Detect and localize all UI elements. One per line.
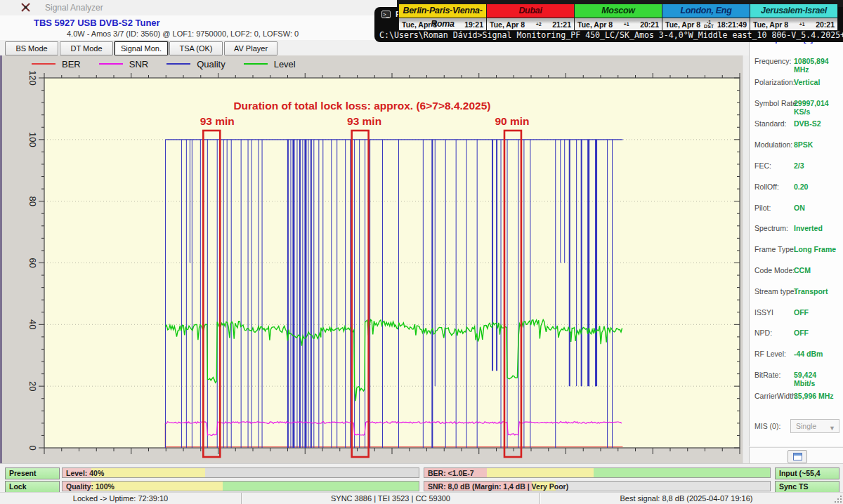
clock-utc-offset: -1DST	[704, 20, 714, 29]
param-value: Inverted	[794, 224, 823, 232]
mis-dropdown[interactable]: Single ▼	[790, 419, 839, 433]
param-label: CarrierWidth:	[754, 392, 798, 400]
clock-city: London, Eng	[662, 4, 750, 18]
param-label: Frame Type:	[754, 245, 796, 253]
status-sync-counters: SYNC 3886 | TEI 3523 | CC 59300	[242, 493, 540, 504]
param-row-issyi: ISSYIOFF	[750, 308, 839, 318]
param-row-rolloff: RollOff:0.20	[750, 183, 839, 192]
param-row-rf-level: RF Level:-44 dBm	[750, 350, 839, 359]
param-row-stream-type: Stream type:Transport	[750, 287, 839, 297]
clock-time: 18:21:49	[717, 20, 747, 29]
clock-city: Moscow	[575, 4, 662, 18]
clock-date: Tue, Apr 8	[402, 20, 437, 29]
clock-time-row: Tue, Apr 8+221:21	[487, 18, 574, 30]
param-value: DVB-S2	[794, 119, 821, 128]
clock-utc-offset: +1	[799, 22, 805, 27]
clock-time: 21:21	[552, 20, 571, 29]
clock-utc-offset: +2	[536, 22, 542, 27]
clock-utc-offset: +1	[624, 22, 629, 27]
cmd-prompt-text[interactable]: C:\Users\Roman Dávid>Signal Monitoring_P…	[379, 30, 843, 40]
clock-moscow: MoscowTue, Apr 8+120:21	[574, 4, 662, 31]
clock-jerusalem-israel: Jerusalem-IsraelTue, Apr 8+120:21	[750, 4, 838, 31]
statusbar: Locked -> Uptime: 72:39:10 SYNC 3886 | T…	[0, 492, 843, 504]
chevron-down-icon: ▼	[829, 422, 835, 435]
lock-loss-duration-label: 90 min	[495, 115, 529, 127]
clock-date: Tue, Apr 8	[577, 20, 613, 29]
cmd-icon: >_	[381, 11, 391, 18]
clock-berlin-paris-vienna-roma: Berlin-Paris-Vienna-RomaTue, Apr 819:21	[398, 4, 487, 31]
tuner-name: TBS 5927 USB DVB-S2 Tuner	[34, 18, 160, 28]
snr-bar: SNR: 8,0 dB (Margin: 1,4 dB | Very Poor)	[424, 481, 771, 491]
clock-time-row: Tue, Apr 8+120:21	[575, 18, 662, 30]
param-row-frame-type: Frame Type:Long Frame	[750, 245, 839, 255]
transponder-sidebar: Transponder [0] Frequency:10805,894 MHzP…	[749, 15, 843, 446]
param-value: ON	[794, 204, 805, 212]
param-row-spectrum: Spectrum:Inverted	[750, 224, 839, 234]
app-icon	[20, 2, 31, 13]
clock-time: 20:21	[640, 20, 659, 29]
param-value: OFF	[794, 308, 809, 317]
y-tick-label: 20	[27, 381, 38, 391]
param-value: 8PSK	[794, 140, 813, 149]
tab-signal-mon[interactable]: Signal Mon.	[115, 41, 168, 55]
sync-ts-badge: Sync TS	[775, 481, 839, 493]
clock-dubai: DubaiTue, Apr 8+221:21	[486, 4, 575, 31]
clock-time-row: Tue, Apr 8+120:21	[750, 18, 837, 30]
transponder-list-button[interactable]	[788, 450, 807, 463]
level-bar: Level: 40%	[62, 467, 419, 478]
clock-city: Dubai	[487, 4, 574, 18]
mis-row: MIS (0): Single ▼	[750, 419, 843, 435]
status-best-signal: Best signal: 8,8 dB (2025-04-07 19:16)	[540, 493, 832, 504]
y-tick-label: 80	[27, 196, 38, 206]
param-row-pilot: Pilot:ON	[750, 204, 839, 213]
sidebar-footer	[749, 447, 843, 464]
param-value: Long Frame	[794, 245, 836, 253]
param-label: ISSYI	[754, 308, 773, 317]
status-lock-uptime: Locked -> Uptime: 72:39:10	[0, 493, 242, 504]
param-label: Frequency:	[754, 57, 792, 65]
param-label: Stream type:	[754, 287, 797, 296]
param-value: -44 dBm	[794, 350, 823, 358]
world-clock-bar: Berlin-Paris-Vienna-RomaTue, Apr 819:21D…	[399, 4, 838, 31]
param-value: OFF	[794, 329, 809, 337]
tab-tsa-ok[interactable]: TSA (OK)	[169, 41, 223, 55]
chart-panel: BERSNRQualityLevel 020406080100120Durati…	[2, 55, 743, 463]
param-label: Symbol Rate:	[754, 99, 799, 107]
signal-monitoring-chart: 020406080100120Duration of total lock lo…	[2, 55, 743, 463]
lock-loss-duration-label: 93 min	[200, 115, 235, 127]
param-row-carrierwidth: CarrierWidth:35,996 MHz	[750, 392, 839, 402]
y-tick-label: 60	[27, 258, 38, 267]
tab-bs-mode[interactable]: BS Mode	[5, 41, 58, 55]
tab-dt-mode[interactable]: DT Mode	[60, 41, 113, 55]
clock-time-row: Tue, Apr 8-1DST18:21:49	[662, 18, 750, 30]
param-label: BitRate:	[754, 371, 780, 379]
param-value: 2/3	[794, 161, 804, 170]
param-row-modulation: Modulation:8PSK	[750, 140, 839, 150]
param-value: 10805,894 MHz	[794, 57, 839, 74]
clock-london-eng: London, EngTue, Apr 8-1DST18:21:49	[662, 4, 750, 31]
clock-date: Tue, Apr 8	[665, 20, 700, 29]
present-badge: Present	[5, 467, 60, 479]
param-label: NPD:	[754, 329, 772, 337]
tab-av-player[interactable]: AV Player	[224, 41, 277, 55]
param-label: FEC:	[754, 161, 771, 170]
mis-value: Single	[796, 422, 816, 430]
param-value: Transport	[794, 287, 828, 296]
window-title: Signal Analyzer	[45, 3, 103, 13]
y-tick-label: 100	[27, 132, 38, 147]
window-icon	[793, 453, 802, 460]
param-label: Polarization:	[754, 78, 795, 86]
param-label: RollOff:	[754, 183, 779, 191]
param-row-npd: NPD:OFF	[750, 329, 839, 338]
tab-row: BS ModeDT ModeSignal Mon.TSA (OK)AV Play…	[0, 40, 745, 55]
y-tick-label: 40	[27, 319, 38, 329]
param-value: Vertical	[794, 78, 820, 86]
param-row-fec: FEC:2/3	[750, 161, 839, 171]
y-tick-label: 120	[27, 70, 38, 86]
lock-badge: Lock	[5, 481, 60, 493]
param-row-polarization: Polarization:Vertical	[750, 78, 839, 88]
resize-grip[interactable]	[835, 496, 842, 503]
param-label: Standard:	[754, 119, 787, 128]
clock-city: Jerusalem-Israel	[750, 4, 837, 18]
clock-city: Berlin-Paris-Vienna-Roma	[399, 4, 486, 18]
